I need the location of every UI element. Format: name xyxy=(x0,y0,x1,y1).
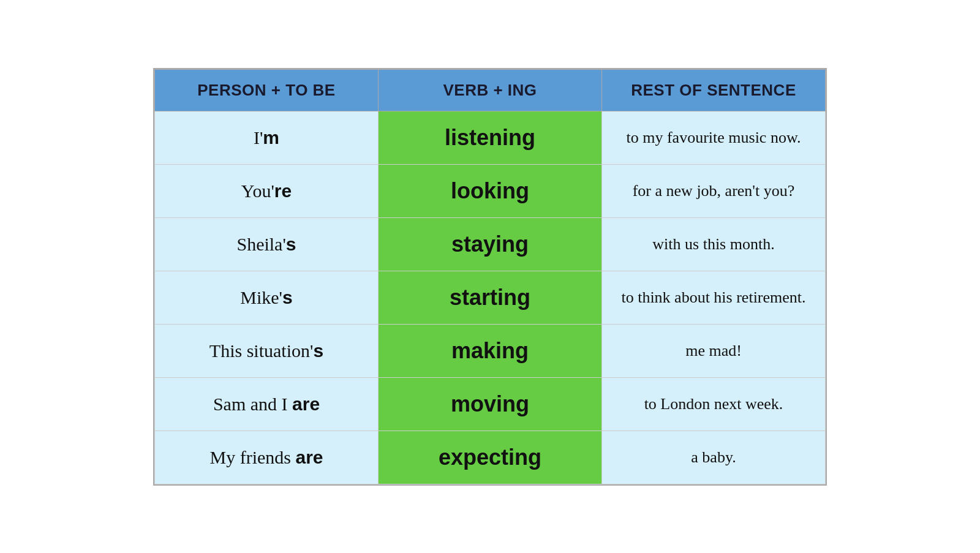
person-bold: s xyxy=(282,287,293,307)
verb-cell-1: looking xyxy=(379,164,602,217)
verb-text: starting xyxy=(450,285,530,310)
rest-cell-4: me mad! xyxy=(602,324,826,377)
person-cell-2: Sheila's xyxy=(155,217,379,271)
person-cell-3: Mike's xyxy=(155,271,379,324)
verb-cell-2: staying xyxy=(379,217,602,271)
rest-text: to London next week. xyxy=(644,395,783,413)
person-cell-4: This situation's xyxy=(155,324,379,377)
person-bold: re xyxy=(274,181,292,201)
header-row: PERSON + TO BE VERB + ING REST OF SENTEN… xyxy=(155,69,826,111)
person-plain: My friends xyxy=(209,447,295,467)
person-plain: Sam and I xyxy=(213,394,292,414)
person-bold: s xyxy=(313,340,323,361)
verb-cell-6: expecting xyxy=(379,431,602,484)
rest-cell-3: to think about his retirement. xyxy=(602,271,826,324)
header-rest: REST OF SENTENCE xyxy=(602,69,826,111)
person-cell-1: You're xyxy=(155,164,379,217)
rest-cell-6: a baby. xyxy=(602,431,826,484)
verb-cell-0: listening xyxy=(379,111,602,164)
table-row: I'mlisteningto my favourite music now. xyxy=(155,111,826,164)
rest-text: me mad! xyxy=(685,342,742,359)
rest-text: for a new job, aren't you? xyxy=(633,182,795,200)
table-row: This situation'smakingme mad! xyxy=(155,324,826,377)
person-cell-6: My friends are xyxy=(155,431,379,484)
person-plain: You' xyxy=(241,181,274,201)
person-plain: I' xyxy=(254,127,263,148)
verb-text: expecting xyxy=(439,445,541,470)
person-bold: are xyxy=(295,447,323,467)
verb-text: making xyxy=(451,338,529,363)
person-bold: are xyxy=(292,394,320,414)
grammar-table: PERSON + TO BE VERB + ING REST OF SENTEN… xyxy=(153,68,827,486)
rest-cell-5: to London next week. xyxy=(602,377,826,431)
header-person: PERSON + TO BE xyxy=(155,69,379,111)
table-row: Mike'sstartingto think about his retirem… xyxy=(155,271,826,324)
table-row: Sam and I aremovingto London next week. xyxy=(155,377,826,431)
table-row: You'relookingfor a new job, aren't you? xyxy=(155,164,826,217)
person-plain: Sheila' xyxy=(236,234,285,254)
header-verb: VERB + ING xyxy=(379,69,602,111)
rest-cell-2: with us this month. xyxy=(602,217,826,271)
rest-cell-1: for a new job, aren't you? xyxy=(602,164,826,217)
rest-text: with us this month. xyxy=(652,235,774,253)
person-plain: This situation' xyxy=(209,340,314,361)
person-cell-5: Sam and I are xyxy=(155,377,379,431)
rest-text: to think about his retirement. xyxy=(621,288,805,306)
rest-cell-0: to my favourite music now. xyxy=(602,111,826,164)
verb-text: listening xyxy=(445,125,535,150)
verb-cell-3: starting xyxy=(379,271,602,324)
verb-text: looking xyxy=(451,178,529,203)
verb-text: staying xyxy=(451,231,529,257)
verb-text: moving xyxy=(451,391,529,416)
person-cell-0: I'm xyxy=(155,111,379,164)
rest-text: a baby. xyxy=(691,448,736,466)
person-plain: Mike' xyxy=(240,287,282,307)
table-row: My friends areexpectinga baby. xyxy=(155,431,826,484)
rest-text: to my favourite music now. xyxy=(627,129,801,146)
person-bold: m xyxy=(263,127,279,148)
verb-cell-4: making xyxy=(379,324,602,377)
verb-cell-5: moving xyxy=(379,377,602,431)
table-row: Sheila'sstayingwith us this month. xyxy=(155,217,826,271)
person-bold: s xyxy=(286,234,296,254)
